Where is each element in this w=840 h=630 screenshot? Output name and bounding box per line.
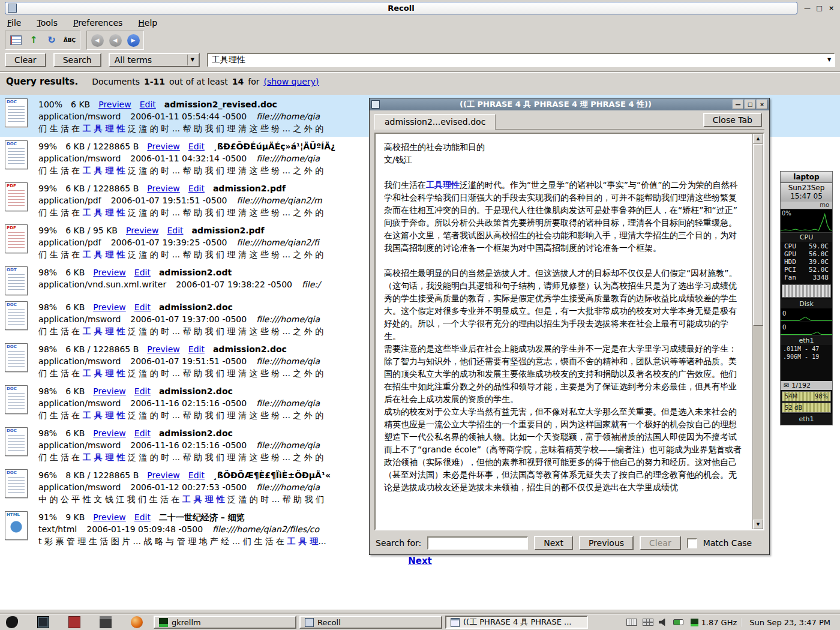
media-launcher-icon[interactable] — [68, 616, 80, 628]
file-icon-lines — [8, 106, 25, 122]
taskbar-button-gkrellm[interactable]: gkrellm — [154, 616, 296, 629]
edit-link[interactable]: Edit — [188, 184, 205, 193]
next-page-button[interactable]: ▶ — [125, 32, 141, 48]
preview-link[interactable]: Preview — [93, 302, 126, 312]
file-type-label: ODT — [5, 267, 27, 273]
firefox-icon[interactable] — [131, 616, 143, 628]
keyboard-icon[interactable] — [626, 619, 637, 626]
memory-bar[interactable]: 54M 98% — [782, 391, 831, 401]
mail-monitor[interactable]: ✉ 1/192 — [781, 381, 832, 390]
minimize-icon[interactable]: — — [802, 4, 812, 13]
scroll-down-icon[interactable]: ▼ — [753, 520, 763, 529]
volume-bar[interactable]: 52 dB — [782, 403, 831, 413]
menu-file[interactable]: File — [7, 18, 21, 28]
edit-link[interactable]: Edit — [134, 428, 151, 438]
preview-maximize-icon[interactable]: □ — [745, 100, 755, 109]
edit-link[interactable]: Edit — [134, 302, 151, 312]
edit-link[interactable]: Edit — [134, 512, 151, 522]
result-size: 6 KB — [71, 100, 90, 109]
desktop: Recoll — □ × FileToolsPreferencesHelp ↑ … — [0, 0, 840, 630]
result-filename: admission2.doc — [159, 386, 233, 396]
result-score: 99% — [38, 184, 57, 193]
taskbar-button-recoll[interactable]: Recoll — [299, 616, 442, 629]
result-url: file:///home/qia — [256, 440, 320, 450]
edit-link[interactable]: Edit — [134, 268, 151, 277]
search-button[interactable]: Search — [53, 53, 101, 67]
preview-scrollbar: ▲ ▼ — [752, 134, 763, 529]
title-bar[interactable]: Recoll — [5, 2, 797, 14]
menu-help[interactable]: Help — [138, 18, 157, 28]
disk-write-chart[interactable]: 0 — [781, 322, 832, 336]
edit-link[interactable]: Edit — [188, 142, 205, 151]
scroll-thumb[interactable] — [753, 144, 763, 326]
preview-link[interactable]: Preview — [147, 470, 180, 480]
doc-table-button[interactable] — [8, 32, 23, 48]
result-icon-wrap: DOC — [5, 140, 38, 176]
search-mode-select[interactable]: All terms ▼ — [109, 53, 200, 67]
preview-title-bar[interactable]: ((工 PHRASE 4 具 PHRASE 4 理 PHRASE 4 性)) —… — [370, 98, 769, 110]
taskbar-button-preview[interactable]: ((工 PHRASE 4 具 PHRASE ... — [445, 616, 588, 629]
result-url: file:///home/qia — [256, 154, 320, 163]
show-query-link[interactable]: (show query) — [263, 77, 319, 86]
result-score: 98% — [38, 386, 57, 396]
preview-text[interactable]: 高校招生的社会功能和目的文/钱江我们生活在工具理性泛滥的时代。作为“世之显学”的… — [376, 134, 752, 529]
find-clear-button: Clear — [640, 536, 681, 550]
paw-icon[interactable] — [6, 616, 18, 628]
search-input[interactable] — [208, 55, 824, 65]
maximize-icon[interactable]: □ — [814, 4, 824, 13]
disk-read-value: 0 — [782, 310, 786, 317]
preview-search-input[interactable] — [427, 536, 528, 550]
pager-icon[interactable] — [643, 619, 653, 626]
printer-launcher-icon[interactable] — [100, 616, 112, 628]
preview-link[interactable]: Preview — [147, 184, 180, 193]
edit-link[interactable]: Edit — [140, 100, 156, 109]
term-explorer-button[interactable]: ÂBÇ — [62, 32, 77, 48]
edit-link[interactable]: Edit — [188, 344, 205, 354]
battery-icon[interactable] — [673, 619, 683, 625]
preview-close-icon[interactable]: × — [757, 100, 767, 109]
result-filename: admission2.doc — [213, 344, 287, 354]
preview-link[interactable]: Preview — [93, 512, 126, 522]
preview-link[interactable]: Preview — [147, 344, 180, 354]
menu-tools[interactable]: Tools — [37, 18, 58, 28]
preview-link[interactable]: Preview — [98, 100, 131, 109]
history-button[interactable]: ↻ — [44, 32, 59, 48]
edit-link[interactable]: Edit — [188, 470, 205, 480]
preview-window: ((工 PHRASE 4 具 PHRASE 4 理 PHRASE 4 性)) —… — [369, 98, 770, 555]
gkrellm-krell-slider[interactable] — [782, 284, 831, 298]
preview-tab[interactable]: admission2...evised.doc — [374, 114, 496, 130]
result-filename: admission2_revised.doc — [164, 100, 277, 109]
preview-link[interactable]: Preview — [147, 142, 180, 151]
clear-button[interactable]: Clear — [5, 53, 46, 67]
net-tx: .906M - 19 — [781, 353, 832, 361]
preview-minimize-icon[interactable]: — — [733, 100, 743, 109]
edit-link[interactable]: Edit — [167, 226, 183, 235]
preview-link[interactable]: Preview — [93, 268, 126, 277]
preview-link[interactable]: Preview — [93, 386, 126, 396]
edit-link[interactable]: Edit — [134, 386, 151, 396]
preview-link[interactable]: Preview — [93, 428, 126, 438]
scroll-up-icon[interactable]: ▲ — [753, 134, 763, 143]
close-icon[interactable]: × — [826, 4, 836, 13]
preview-link[interactable]: Preview — [126, 226, 159, 235]
volume-icon[interactable] — [659, 619, 668, 626]
window-menu-icon[interactable] — [8, 4, 17, 13]
result-mime: application/msword — [38, 482, 121, 492]
cpu-chart[interactable]: 0% — [781, 209, 832, 233]
find-next-button[interactable]: Next — [534, 536, 573, 550]
file-icon-lines — [8, 435, 25, 451]
disk-read-chart[interactable]: 0 — [781, 308, 832, 322]
find-previous-button[interactable]: Previous — [579, 536, 634, 550]
match-case-checkbox[interactable] — [687, 538, 697, 548]
sort-button[interactable]: ↑ — [26, 32, 41, 48]
history-dropdown-icon[interactable]: ▼ — [824, 54, 834, 66]
preview-search-bar: Search for: Next Previous Clear Match Ca… — [370, 532, 769, 554]
close-tab-button[interactable]: Close Tab — [703, 113, 762, 127]
next-page-link[interactable]: Next — [408, 556, 432, 566]
terminal-launcher-icon[interactable] — [37, 616, 49, 628]
gkrellm-hostname[interactable]: laptop — [781, 172, 832, 183]
file-type-label: HTML — [5, 512, 27, 518]
first-page-button[interactable]: ◀ — [89, 32, 105, 48]
menu-preferences[interactable]: Preferences — [73, 18, 122, 28]
prev-page-button[interactable]: ◀ — [107, 32, 123, 48]
